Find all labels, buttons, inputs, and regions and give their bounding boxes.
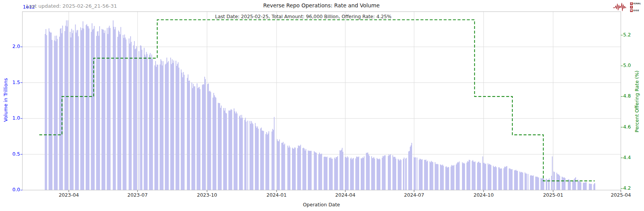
signal2noise-logo: SIGNAL 2 NOISE: [613, 1, 641, 13]
logo-waveform-icon: [613, 1, 630, 13]
logo-letter-2: 2: [630, 6, 633, 9]
y-tick-label-right: 4.4: [623, 155, 631, 160]
x-tick-label: 2023-07: [124, 192, 151, 198]
x-tick-label: 2025-04: [607, 192, 634, 198]
logo-letter-n: N: [630, 9, 633, 12]
y-tick-label-left: 1.0: [2, 115, 20, 121]
y-tick-label-left: 2.0: [2, 44, 20, 49]
y-tick-label-right: 5.2: [623, 32, 631, 38]
logo-wordmark: SIGNAL 2 NOISE: [630, 2, 641, 12]
x-tick-label: 2025-01: [540, 192, 567, 198]
chart-figure: Reverse Repo Operations: Rate and Volume…: [0, 0, 644, 211]
y-tick-label-left: 0.0: [2, 187, 20, 192]
y-tick-label-left: 0.5: [2, 151, 20, 157]
last-updated-label: Last updated: 2025-02-26_21-56-31: [26, 3, 117, 9]
y-axis-title-right: Percent Offering Rate (%): [634, 70, 640, 132]
rate-step-line: [39, 20, 595, 181]
x-tick-label: 2024-01: [263, 192, 290, 198]
chart-title: Reverse Repo Operations: Rate and Volume: [263, 3, 379, 9]
chart-annotation: Last Date: 2025-02-25, Total Amount: 96,…: [215, 14, 391, 19]
x-tick-label: 2024-04: [332, 192, 359, 198]
x-tick-label: 2023-10: [194, 192, 221, 198]
x-tick-label: 2024-07: [401, 192, 428, 198]
plot-area: [0, 0, 644, 211]
x-axis-title: Operation Date: [303, 202, 340, 208]
y-tick-label-right: 4.8: [623, 93, 631, 99]
x-tick-label: 2024-10: [470, 192, 497, 198]
y-tick-label-right: 5.0: [623, 63, 631, 68]
y-tick-label-left: 1.5: [2, 80, 20, 85]
logo-letter-s: S: [630, 2, 633, 5]
y-tick-label-right: 4.6: [623, 124, 631, 130]
y-tick-label-right: 4.2: [623, 185, 631, 191]
x-tick-label: 2023-04: [55, 192, 82, 198]
